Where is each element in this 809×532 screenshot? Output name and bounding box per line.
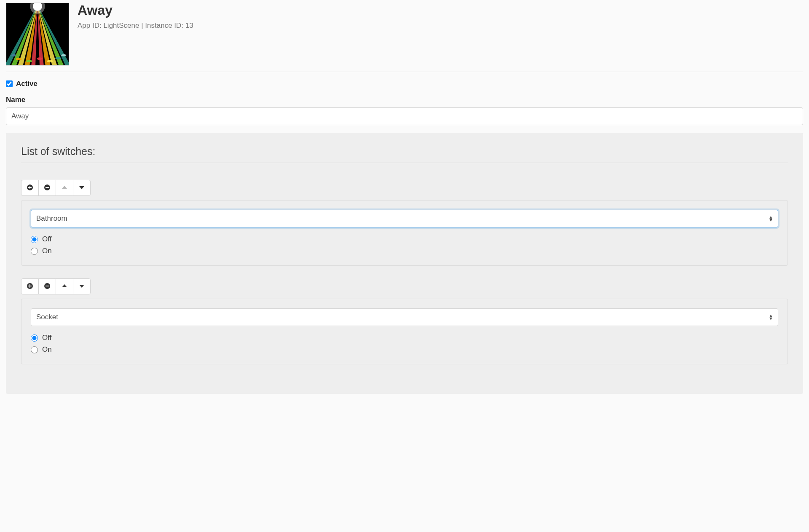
svg-point-14 xyxy=(26,60,32,62)
switch-block: Bathroom▲▼OffOn xyxy=(21,180,788,266)
move-up-button[interactable] xyxy=(56,278,73,294)
header-text: Away App ID: LightScene | Instance ID: 1… xyxy=(78,3,193,30)
svg-rect-24 xyxy=(46,187,49,188)
switches-panel: List of switches: Bathroom▲▼OffOnSocket▲… xyxy=(6,133,803,394)
svg-point-16 xyxy=(47,60,53,62)
device-select-wrap: Bathroom▲▼ xyxy=(31,210,778,227)
app-meta: App ID: LightScene | Instance ID: 13 xyxy=(78,21,193,30)
device-select[interactable]: Socket xyxy=(31,308,778,326)
name-row: Name xyxy=(6,96,803,125)
state-off-row: Off xyxy=(31,235,778,243)
svg-point-15 xyxy=(37,57,43,60)
state-off-radio[interactable] xyxy=(31,236,38,243)
state-on-label[interactable]: On xyxy=(42,247,52,255)
state-off-row: Off xyxy=(31,334,778,342)
switch-card: Socket▲▼OffOn xyxy=(21,299,788,364)
remove-button[interactable] xyxy=(38,180,56,196)
state-off-label[interactable]: Off xyxy=(42,334,51,342)
up-icon xyxy=(61,283,68,291)
minus-icon xyxy=(44,283,51,291)
page-title: Away xyxy=(78,3,193,18)
svg-point-18 xyxy=(11,54,16,56)
device-select[interactable]: Bathroom xyxy=(31,210,778,227)
svg-point-17 xyxy=(55,57,61,59)
state-on-radio[interactable] xyxy=(31,248,38,255)
header: Away App ID: LightScene | Instance ID: 1… xyxy=(6,3,803,72)
svg-rect-27 xyxy=(28,286,32,286)
svg-point-13 xyxy=(16,58,22,60)
app-thumbnail xyxy=(6,3,69,66)
move-down-button[interactable] xyxy=(73,278,91,294)
switch-toolbar xyxy=(21,278,91,294)
down-icon xyxy=(78,283,85,291)
switch-card: Bathroom▲▼OffOn xyxy=(21,200,788,266)
name-input[interactable] xyxy=(6,107,803,125)
up-icon xyxy=(61,184,68,192)
svg-rect-29 xyxy=(46,286,49,286)
plus-icon xyxy=(27,283,33,291)
minus-icon xyxy=(44,184,51,192)
device-select-wrap: Socket▲▼ xyxy=(31,308,778,326)
state-off-radio[interactable] xyxy=(31,334,38,342)
svg-rect-22 xyxy=(28,187,32,188)
state-off-label[interactable]: Off xyxy=(42,235,51,243)
move-down-button[interactable] xyxy=(73,180,91,196)
switch-toolbar xyxy=(21,180,91,196)
active-label[interactable]: Active xyxy=(16,80,38,88)
active-checkbox[interactable] xyxy=(6,80,13,87)
state-on-row: On xyxy=(31,345,778,354)
move-up-button[interactable] xyxy=(56,180,73,196)
state-on-row: On xyxy=(31,247,778,255)
state-on-radio[interactable] xyxy=(31,346,38,353)
panel-title: List of switches: xyxy=(21,145,788,163)
down-icon xyxy=(78,184,85,192)
name-label: Name xyxy=(6,96,803,104)
remove-button[interactable] xyxy=(38,278,56,294)
svg-point-19 xyxy=(61,54,66,56)
light-scene-icon xyxy=(6,3,69,65)
switch-block: Socket▲▼OffOn xyxy=(21,278,788,364)
state-on-label[interactable]: On xyxy=(42,345,52,354)
switches-container: Bathroom▲▼OffOnSocket▲▼OffOn xyxy=(21,180,788,364)
add-button[interactable] xyxy=(21,278,39,294)
plus-icon xyxy=(27,184,33,192)
active-row: Active xyxy=(6,80,803,88)
add-button[interactable] xyxy=(21,180,39,196)
